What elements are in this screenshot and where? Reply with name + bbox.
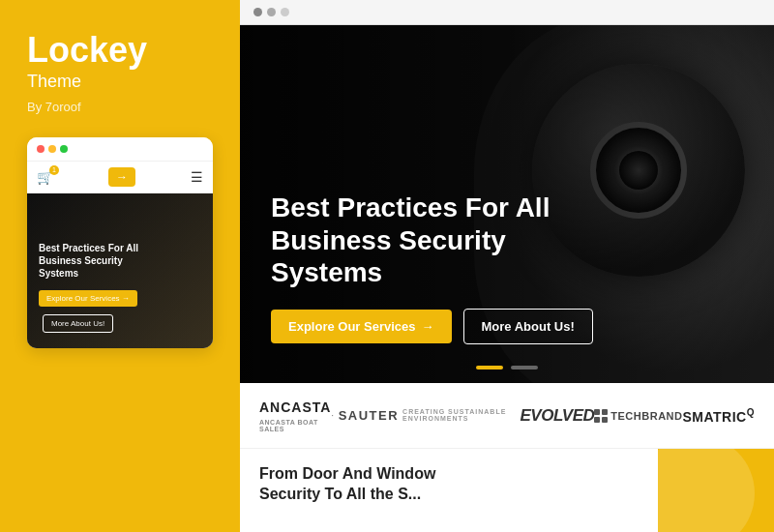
hero-content: Best Practices For All Business Security…	[271, 192, 743, 344]
mini-cart-badge: 1	[49, 165, 59, 175]
app-subtitle: Theme	[27, 72, 213, 92]
bottom-right-yellow	[658, 449, 774, 532]
mini-hero-section: Best Practices For AllBusiness SecurityS…	[27, 193, 213, 348]
logo-evolved: Evolved	[521, 406, 595, 426]
logo-ancasta: Ancasta ANCASTA BOAT SALES	[259, 399, 331, 432]
sidebar-logo-title: Lockey Theme By 7oroof	[27, 31, 213, 114]
mini-browser-bar	[27, 137, 213, 162]
mini-hero-title: Best Practices For AllBusiness SecurityS…	[39, 242, 201, 280]
mini-nav-bar: 🛒 1 → ☰	[27, 162, 213, 193]
bottom-section: From Door And Window Security To All the…	[240, 449, 774, 532]
browser-chrome-bar	[240, 0, 774, 25]
logo-smatrico: SMATRICQ	[682, 407, 755, 425]
logos-bar: Ancasta ANCASTA BOAT SALES · SAUTER Crea…	[240, 383, 774, 449]
hero-section: Best Practices For All Business Security…	[240, 25, 774, 383]
mini-about-button[interactable]: More About Us!	[43, 314, 113, 333]
mini-hero-buttons: Explore Our Services → More About Us!	[39, 287, 201, 333]
bottom-section-title: From Door And Window Security To All the…	[259, 464, 639, 505]
hero-slider-dots	[476, 366, 538, 369]
techbrand-grid-icon	[594, 409, 608, 423]
mini-arrow-button[interactable]: →	[108, 167, 135, 187]
chrome-dot-2	[267, 8, 276, 16]
explore-services-button[interactable]: Explore Our Services →	[271, 310, 452, 343]
mini-dot-yellow	[48, 145, 56, 153]
hero-title: Best Practices For All Business Security…	[271, 192, 600, 289]
mini-dot-red	[37, 145, 45, 153]
mini-browser-preview: 🛒 1 → ☰ Best Practices For AllBusiness S…	[27, 137, 213, 348]
logo-sauter: · SAUTER Creating Sustainable Environmen…	[331, 408, 520, 423]
main-content: Best Practices For All Business Security…	[240, 0, 774, 532]
hero-dot-inactive[interactable]	[511, 366, 538, 369]
sidebar: Lockey Theme By 7oroof 🛒 1 → ☰ Best Prac…	[0, 0, 240, 532]
hero-buttons: Explore Our Services → More About Us!	[271, 309, 743, 344]
more-about-button[interactable]: More About Us!	[463, 309, 593, 344]
chrome-dot-3	[281, 8, 289, 16]
arrow-icon: →	[422, 319, 434, 334]
app-title: Lockey	[27, 31, 213, 70]
logo-techbrand: TECHBRAND	[594, 409, 682, 423]
mini-explore-button[interactable]: Explore Our Services →	[39, 290, 137, 307]
mini-dot-green	[60, 145, 68, 153]
mini-cart-icon: 🛒 1	[37, 169, 53, 185]
mini-hero-content: Best Practices For AllBusiness SecurityS…	[39, 242, 201, 333]
hero-dot-active[interactable]	[476, 366, 503, 369]
bottom-text-area: From Door And Window Security To All the…	[240, 449, 658, 532]
bottom-decoration-circle	[658, 449, 755, 532]
mini-hamburger-icon: ☰	[191, 169, 203, 185]
chrome-dot-1	[253, 8, 262, 16]
app-by: By 7oroof	[27, 100, 213, 114]
